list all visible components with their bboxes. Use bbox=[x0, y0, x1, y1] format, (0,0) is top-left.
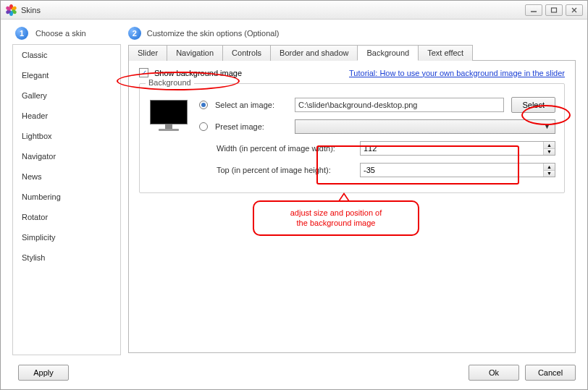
titlebar: Skins bbox=[1, 1, 587, 20]
close-button[interactable] bbox=[566, 4, 583, 16]
preset-combo[interactable]: ▼ bbox=[295, 119, 555, 134]
app-icon bbox=[5, 4, 17, 16]
tab-text-effect[interactable]: Text effect bbox=[418, 45, 473, 61]
top-value[interactable]: -35 bbox=[361, 164, 543, 177]
width-down[interactable]: ▼ bbox=[544, 149, 555, 156]
tab-controls[interactable]: Controls bbox=[222, 45, 271, 61]
image-path-field[interactable]: C:\slider\background-desktop.png bbox=[295, 98, 504, 112]
step-2-badge: 2 bbox=[128, 27, 141, 40]
skin-item-stylish[interactable]: Stylish bbox=[13, 247, 120, 268]
step-1-badge: 1 bbox=[15, 27, 28, 40]
skin-item-navigator[interactable]: Navigator bbox=[13, 146, 120, 166]
show-bg-label: Show background image bbox=[154, 69, 242, 77]
tab-background[interactable]: Background bbox=[357, 45, 419, 61]
top-spinner[interactable]: -35 ▲▼ bbox=[360, 163, 555, 177]
top-down[interactable]: ▼ bbox=[544, 171, 555, 177]
skin-list[interactable]: Classic Elegant Gallery Header Lightbox … bbox=[12, 44, 121, 355]
skins-window: Skins 1 Choose a skin 2 Customize the sk… bbox=[0, 0, 588, 390]
tab-border-shadow[interactable]: Border and shadow bbox=[270, 45, 358, 61]
top-up[interactable]: ▲ bbox=[544, 164, 555, 171]
skin-item-elegant[interactable]: Elegant bbox=[13, 65, 120, 85]
maximize-button[interactable] bbox=[545, 4, 563, 16]
skin-item-simplicity[interactable]: Simplicity bbox=[13, 227, 120, 247]
radio-select-image[interactable] bbox=[199, 101, 208, 109]
footer: Apply Ok Cancel bbox=[12, 365, 576, 381]
background-group-legend: Background bbox=[146, 78, 194, 87]
width-spinner[interactable]: 112 ▲▼ bbox=[360, 141, 555, 156]
monitor-icon bbox=[148, 100, 189, 184]
skin-item-lightbox[interactable]: Lightbox bbox=[13, 126, 120, 146]
show-bg-checkbox[interactable]: ✓ bbox=[139, 68, 148, 77]
steps-header: 1 Choose a skin 2 Customize the skin opt… bbox=[1, 20, 587, 44]
top-label: Top (in percent of image height): bbox=[217, 166, 353, 174]
ok-button[interactable]: Ok bbox=[469, 365, 519, 381]
svg-rect-1 bbox=[552, 8, 557, 12]
background-group: Background Select an image: C:\slider\ba… bbox=[139, 83, 565, 193]
skin-item-rotator[interactable]: Rotator bbox=[13, 207, 120, 227]
annotation-callout: adjust size and position of the backgrou… bbox=[253, 200, 419, 236]
step-2-label: Customize the skin options (Optional) bbox=[147, 29, 280, 38]
cancel-button[interactable]: Cancel bbox=[525, 365, 576, 381]
width-value[interactable]: 112 bbox=[361, 142, 543, 155]
window-title: Skins bbox=[21, 6, 525, 14]
apply-button[interactable]: Apply bbox=[18, 365, 69, 381]
width-label: Width (in percent of image width): bbox=[217, 144, 353, 153]
radio-select-label: Select an image: bbox=[215, 101, 287, 109]
chevron-down-icon: ▼ bbox=[541, 123, 553, 130]
step-1-label: Choose a skin bbox=[35, 29, 86, 38]
tab-slider[interactable]: Slider bbox=[128, 45, 167, 61]
tab-navigation[interactable]: Navigation bbox=[167, 45, 223, 61]
skin-item-header[interactable]: Header bbox=[13, 106, 120, 126]
skin-item-news[interactable]: News bbox=[13, 166, 120, 187]
radio-preset-label: Preset image: bbox=[215, 122, 287, 131]
skin-item-classic[interactable]: Classic bbox=[13, 45, 120, 65]
select-button[interactable]: Select bbox=[511, 97, 555, 113]
width-up[interactable]: ▲ bbox=[544, 142, 555, 149]
tab-strip: Slider Navigation Controls Border and sh… bbox=[128, 44, 576, 61]
skin-item-numbering[interactable]: Numbering bbox=[13, 187, 120, 207]
minimize-button[interactable] bbox=[525, 4, 542, 16]
skin-item-gallery[interactable]: Gallery bbox=[13, 85, 120, 106]
tutorial-link[interactable]: Tutorial: How to use your own background… bbox=[349, 69, 565, 77]
radio-preset-image[interactable] bbox=[199, 122, 208, 131]
